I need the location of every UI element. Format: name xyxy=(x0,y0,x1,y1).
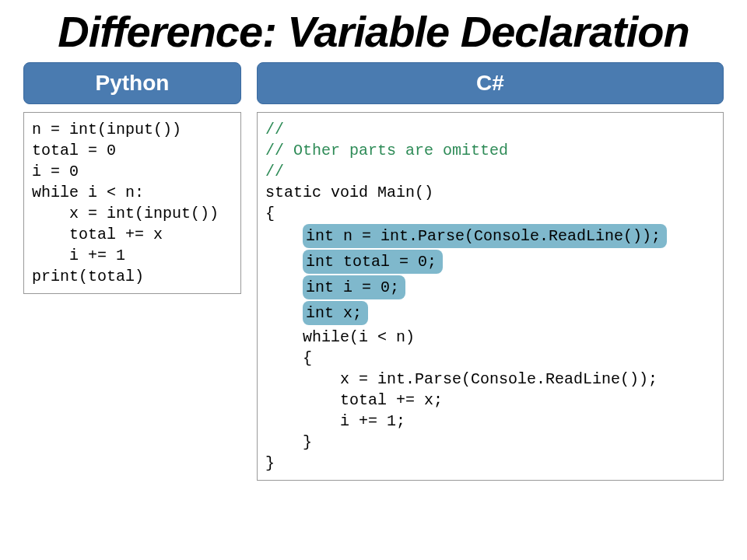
code-line: } xyxy=(265,433,312,451)
csharp-label: C# xyxy=(257,62,724,104)
code-line: i += 1; xyxy=(265,412,405,430)
csharp-code: // // Other parts are omitted // static … xyxy=(257,112,724,481)
code-line: { xyxy=(265,349,312,367)
python-code: n = int(input()) total = 0 i = 0 while i… xyxy=(23,112,241,294)
code-line: } xyxy=(265,454,275,472)
highlighted-declaration: int total = 0; xyxy=(303,250,443,274)
code-line: { xyxy=(265,205,275,222)
python-label: Python xyxy=(23,62,241,104)
slide-title: Difference: Variable Declaration xyxy=(23,8,724,56)
code-line: x = int.Parse(Console.ReadLine()); xyxy=(265,370,658,388)
columns: Python n = int(input()) total = 0 i = 0 … xyxy=(23,62,724,481)
python-column: Python n = int(input()) total = 0 i = 0 … xyxy=(23,62,241,481)
highlighted-declaration: int i = 0; xyxy=(303,275,405,299)
code-line: while(i < n) xyxy=(265,328,415,346)
comment-line: // Other parts are omitted xyxy=(265,142,508,159)
code-line: total += x; xyxy=(265,391,443,409)
highlighted-declaration: int n = int.Parse(Console.ReadLine()); xyxy=(303,224,667,248)
comment-line: // xyxy=(265,163,284,180)
code-line: static void Main() xyxy=(265,184,433,201)
csharp-column: C# // // Other parts are omitted // stat… xyxy=(257,62,724,481)
highlighted-declaration: int x; xyxy=(303,301,368,325)
comment-line: // xyxy=(265,121,284,138)
